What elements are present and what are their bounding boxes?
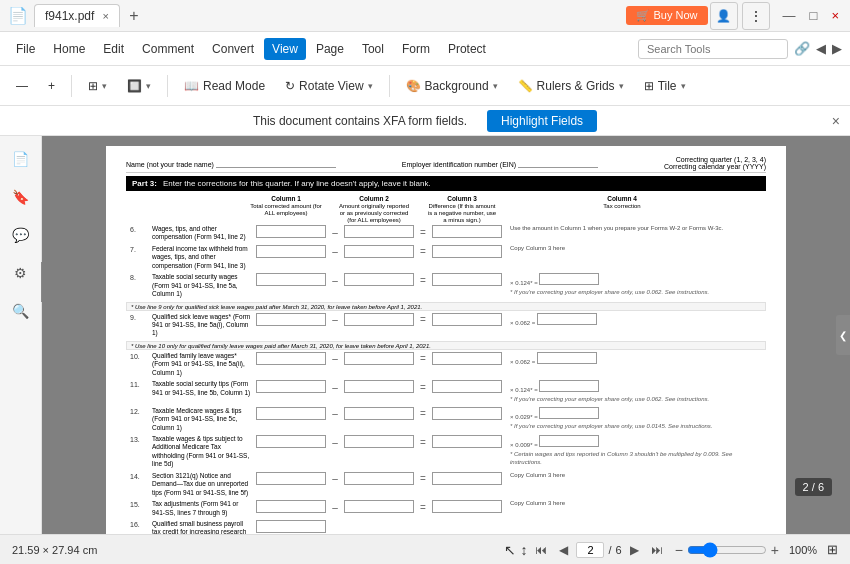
col2-input[interactable] [344, 273, 414, 286]
col3-input[interactable] [432, 313, 502, 326]
col3-input[interactable] [432, 407, 502, 420]
sidebar-search-icon[interactable]: 🔍 [6, 296, 36, 326]
page-number-input[interactable] [576, 542, 604, 558]
col1-input[interactable] [256, 380, 326, 393]
menu-item-comment[interactable]: Comment [134, 38, 202, 60]
row-description: Taxable Medicare wages & tips (Form 941 … [152, 407, 252, 432]
fit-page-icon[interactable]: ⊞ [827, 542, 838, 557]
col1-input[interactable] [256, 435, 326, 448]
correction-note: Copy Column 3 here [506, 500, 762, 508]
menu-item-file[interactable]: File [8, 38, 43, 60]
col1-input[interactable] [256, 520, 326, 533]
col3-input[interactable] [432, 472, 502, 485]
col4-input[interactable] [537, 352, 597, 364]
menu-item-home[interactable]: Home [45, 38, 93, 60]
tile-button[interactable]: ⊞ Tile ▾ [636, 75, 694, 97]
col4-input[interactable] [539, 407, 599, 419]
prev-page-button[interactable]: ◀ [555, 541, 572, 559]
select-button[interactable]: 🔲 ▾ [119, 75, 159, 97]
col4-input[interactable] [539, 380, 599, 392]
maximize-button[interactable]: □ [807, 8, 821, 23]
tab-label: f941x.pdf [45, 9, 94, 23]
col3-input[interactable] [432, 225, 502, 238]
ein-input[interactable] [518, 156, 598, 168]
col2-input[interactable] [344, 313, 414, 326]
zoom-out-button[interactable]: — [8, 75, 36, 97]
view-options-button[interactable]: ⊞ ▾ [80, 75, 115, 97]
chevron-icon-2: ▾ [146, 81, 151, 91]
rotate-view-button[interactable]: ↻ Rotate View ▾ [277, 75, 380, 97]
sidebar-comments-icon[interactable]: 💬 [6, 220, 36, 250]
col2-input[interactable] [344, 407, 414, 420]
col3-input[interactable] [432, 352, 502, 365]
select-tool-icon[interactable]: ↕ [520, 542, 527, 558]
last-page-button[interactable]: ⏭ [647, 541, 667, 559]
name-input[interactable] [216, 156, 336, 168]
menu-item-form[interactable]: Form [394, 38, 438, 60]
col3-input[interactable] [432, 380, 502, 393]
more-options-icon[interactable]: ⋮ [742, 2, 770, 30]
sidebar-bookmarks-icon[interactable]: 🔖 [6, 182, 36, 212]
col1-input[interactable] [256, 245, 326, 258]
row-description: Qualified sick leave wages* (Form 941 or… [152, 313, 252, 338]
col2-input[interactable] [344, 380, 414, 393]
sidebar-layers-icon[interactable]: ⚙ [6, 258, 36, 288]
col1-input[interactable] [256, 500, 326, 513]
col2-input[interactable] [344, 500, 414, 513]
close-tab-button[interactable]: × [102, 10, 108, 22]
zoom-in-button[interactable]: + [40, 75, 63, 97]
col4-input[interactable] [537, 313, 597, 325]
menu-item-edit[interactable]: Edit [95, 38, 132, 60]
account-icon[interactable]: 👤 [710, 2, 738, 30]
col1-input[interactable] [256, 273, 326, 286]
table-row: 10. Qualified family leave wages* (Form … [126, 352, 766, 377]
read-mode-button[interactable]: 📖 Read Mode [176, 75, 273, 97]
col3-input[interactable] [432, 245, 502, 258]
rulers-grids-button[interactable]: 📏 Rulers & Grids ▾ [510, 75, 632, 97]
new-tab-button[interactable]: + [122, 4, 146, 28]
cursor-tool-icon[interactable]: ↖ [504, 542, 516, 558]
back-icon[interactable]: ◀ [816, 41, 826, 56]
col2-input[interactable] [344, 472, 414, 485]
page-badge: 2 / 6 [795, 478, 832, 496]
col1-input[interactable] [256, 225, 326, 238]
correction-note: × 0.062 = [506, 313, 762, 328]
menu-item-convert[interactable]: Convert [204, 38, 262, 60]
col4-input[interactable] [539, 435, 599, 447]
col1-input[interactable] [256, 472, 326, 485]
col1-input[interactable] [256, 352, 326, 365]
minimize-button[interactable]: — [780, 8, 799, 23]
next-page-button[interactable]: ▶ [626, 541, 643, 559]
col1-input[interactable] [256, 313, 326, 326]
correction-note: × 0.124* = * If you're correcting your e… [506, 273, 762, 297]
right-panel-expand-arrow[interactable]: ❮ [836, 315, 850, 355]
buy-now-button[interactable]: 🛒 Buy Now [626, 6, 707, 25]
notification-close-button[interactable]: × [832, 113, 840, 129]
col1-input[interactable] [256, 407, 326, 420]
col3-input[interactable] [432, 435, 502, 448]
zoom-in-status-button[interactable]: + [771, 542, 779, 558]
col3-input[interactable] [432, 500, 502, 513]
highlight-fields-button[interactable]: Highlight Fields [487, 110, 597, 132]
menu-item-tool[interactable]: Tool [354, 38, 392, 60]
col4-input[interactable] [539, 273, 599, 285]
menu-item-protect[interactable]: Protect [440, 38, 494, 60]
external-link-icon[interactable]: 🔗 [794, 41, 810, 56]
zoom-out-status-button[interactable]: − [675, 542, 683, 558]
forward-icon[interactable]: ▶ [832, 41, 842, 56]
col2-input[interactable] [344, 435, 414, 448]
col2-input[interactable] [344, 225, 414, 238]
search-tools-input[interactable] [638, 39, 788, 59]
document-tab[interactable]: f941x.pdf × [34, 4, 120, 27]
col2-input[interactable] [344, 352, 414, 365]
col2-input[interactable] [344, 245, 414, 258]
first-page-button[interactable]: ⏮ [531, 541, 551, 559]
close-window-button[interactable]: × [828, 8, 842, 23]
row-inputs: – = [256, 500, 502, 513]
background-button[interactable]: 🎨 Background ▾ [398, 75, 506, 97]
menu-item-page[interactable]: Page [308, 38, 352, 60]
zoom-slider[interactable] [687, 542, 767, 558]
col3-input[interactable] [432, 273, 502, 286]
sidebar-thumbnails-icon[interactable]: 📄 [6, 144, 36, 174]
menu-item-view[interactable]: View [264, 38, 306, 60]
